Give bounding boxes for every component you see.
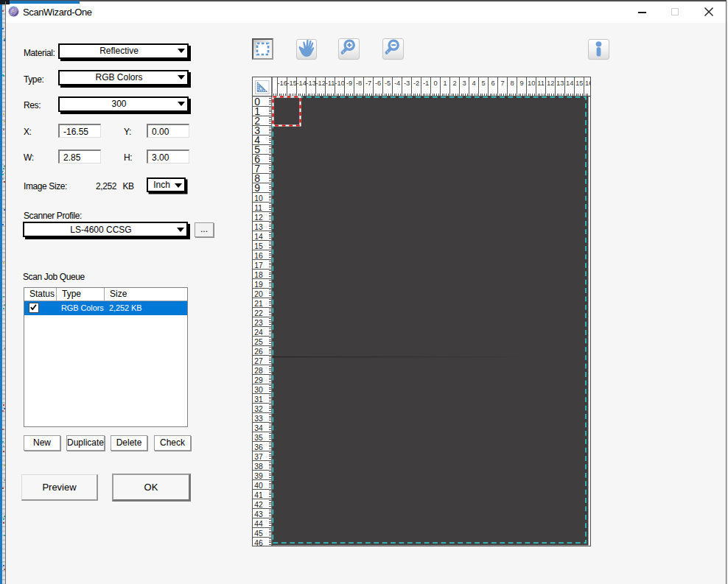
- svg-text:-4: -4: [394, 80, 400, 87]
- svg-text:29: 29: [254, 376, 263, 384]
- svg-text:6: 6: [491, 80, 495, 87]
- svg-text:-3: -3: [404, 80, 410, 87]
- svg-text:8: 8: [511, 80, 514, 87]
- svg-text:11: 11: [537, 80, 545, 87]
- svg-text:-7: -7: [365, 80, 371, 87]
- svg-text:10: 10: [528, 80, 535, 87]
- svg-text:-2: -2: [413, 80, 419, 87]
- svg-text:24: 24: [254, 328, 263, 337]
- svg-text:44: 44: [254, 520, 263, 528]
- svg-text:13: 13: [556, 80, 564, 87]
- svg-text:-14: -14: [296, 80, 306, 87]
- svg-text:43: 43: [254, 510, 263, 518]
- svg-text:2: 2: [453, 80, 457, 87]
- svg-text:28: 28: [254, 367, 263, 375]
- svg-text:32: 32: [254, 405, 263, 413]
- svg-text:41: 41: [254, 491, 263, 499]
- svg-text:13: 13: [254, 223, 263, 231]
- svg-text:12: 12: [547, 80, 554, 87]
- svg-text:1: 1: [444, 80, 447, 87]
- svg-text:-9: -9: [346, 80, 352, 87]
- svg-text:18: 18: [254, 271, 263, 279]
- svg-text:19: 19: [254, 281, 263, 289]
- svg-text:34: 34: [254, 424, 263, 432]
- svg-text:11: 11: [254, 204, 262, 212]
- svg-text:10: 10: [254, 194, 263, 203]
- svg-text:9: 9: [520, 80, 524, 87]
- svg-text:12: 12: [254, 214, 263, 222]
- svg-text:45: 45: [254, 530, 263, 538]
- svg-text:-13: -13: [306, 80, 315, 87]
- svg-text:31: 31: [254, 395, 263, 404]
- svg-text:15: 15: [575, 80, 583, 87]
- svg-text:17: 17: [254, 261, 263, 270]
- svg-text:39: 39: [254, 472, 263, 480]
- svg-text:35: 35: [254, 434, 263, 442]
- svg-text:27: 27: [254, 357, 263, 365]
- svg-text:9: 9: [254, 182, 260, 194]
- svg-text:3: 3: [463, 80, 466, 87]
- svg-text:25: 25: [254, 338, 263, 346]
- svg-text:-1: -1: [423, 80, 429, 87]
- svg-text:46: 46: [254, 539, 263, 546]
- svg-text:16: 16: [254, 252, 263, 260]
- svg-text:15: 15: [254, 242, 263, 250]
- svg-text:42: 42: [254, 501, 263, 509]
- svg-text:-11: -11: [326, 80, 335, 87]
- svg-text:-12: -12: [315, 80, 325, 87]
- svg-text:20: 20: [254, 290, 263, 298]
- svg-text:36: 36: [254, 443, 263, 451]
- svg-text:4: 4: [472, 80, 476, 87]
- svg-text:0: 0: [434, 80, 438, 87]
- svg-text:30: 30: [254, 386, 263, 394]
- svg-text:38: 38: [254, 462, 263, 471]
- svg-text:-16: -16: [277, 80, 287, 87]
- svg-text:23: 23: [254, 319, 263, 327]
- svg-text:22: 22: [254, 309, 263, 317]
- svg-text:-5: -5: [385, 80, 391, 87]
- svg-text:-6: -6: [375, 80, 381, 87]
- svg-text:40: 40: [254, 482, 263, 490]
- svg-text:14: 14: [566, 80, 573, 87]
- svg-text:7: 7: [501, 80, 505, 87]
- svg-text:14: 14: [254, 233, 263, 241]
- svg-text:21: 21: [254, 300, 263, 308]
- svg-text:-8: -8: [356, 80, 362, 87]
- svg-text:26: 26: [254, 348, 263, 356]
- svg-text:33: 33: [254, 415, 263, 423]
- svg-text:16: 16: [585, 80, 591, 87]
- svg-text:-10: -10: [335, 80, 344, 87]
- svg-text:5: 5: [482, 80, 486, 87]
- svg-text:-15: -15: [287, 80, 296, 87]
- svg-text:37: 37: [254, 453, 263, 461]
